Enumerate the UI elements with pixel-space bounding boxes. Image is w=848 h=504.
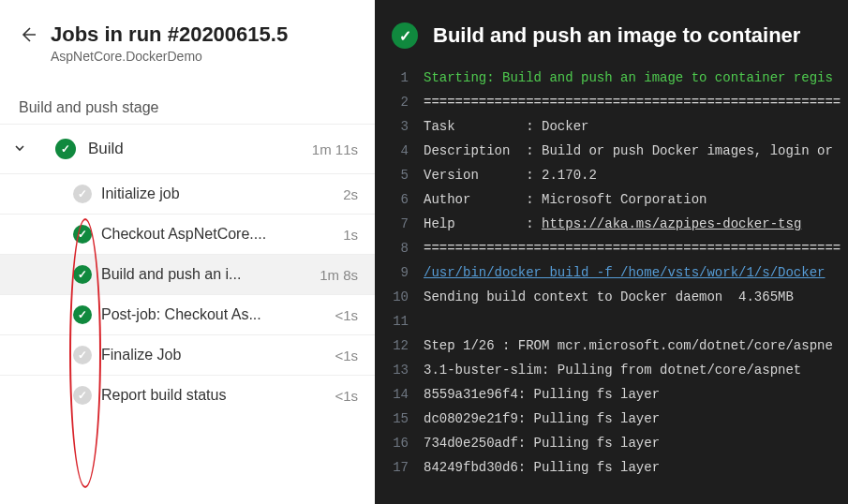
back-arrow[interactable] <box>19 22 37 52</box>
task-duration: 1s <box>343 227 358 243</box>
task-name: Post-job: Checkout As... <box>101 306 335 323</box>
task-duration: <1s <box>335 307 358 323</box>
task-row[interactable]: ✓Checkout AspNetCore....1s <box>0 214 375 254</box>
log-line: 11 <box>382 309 848 334</box>
job-row-build[interactable]: ✓ Build 1m 11s <box>0 124 375 173</box>
help-link[interactable]: https://aka.ms/azpipes-docker-tsg <box>542 216 801 231</box>
log-line: 2=======================================… <box>382 90 848 114</box>
job-name: Build <box>88 140 312 158</box>
log-line: 6Author : Microsoft Corporation <box>382 187 848 212</box>
status-neutral-icon: ✓ <box>71 384 94 407</box>
pipeline-name: AspNetCore.DockerDemo <box>51 49 288 64</box>
task-duration: <1s <box>335 348 358 363</box>
chevron-down-icon <box>13 141 32 157</box>
log-line: 12Step 1/26 : FROM mcr.microsoft.com/dot… <box>382 334 848 358</box>
log-line: 8=======================================… <box>382 236 848 260</box>
status-success-icon: ✓ <box>392 22 418 49</box>
log-line: 7Help : https://aka.ms/azpipes-docker-ts… <box>382 212 848 236</box>
status-success-icon: ✓ <box>54 138 77 160</box>
job-duration: 1m 11s <box>312 141 358 157</box>
status-success-icon: ✓ <box>71 304 94 326</box>
task-row[interactable]: ✓Post-job: Checkout As...<1s <box>0 294 375 334</box>
task-name: Report build status <box>101 387 335 404</box>
task-row[interactable]: ✓Initialize job2s <box>0 173 375 214</box>
task-name: Finalize Job <box>101 347 335 363</box>
task-name: Checkout AspNetCore.... <box>101 226 343 243</box>
status-neutral-icon: ✓ <box>71 344 94 366</box>
task-row[interactable]: ✓Build and push an i...1m 8s <box>0 254 375 294</box>
log-line: 5Version : 2.170.2 <box>382 163 848 187</box>
log-line: 1784249fbd30d6: Pulling fs layer <box>382 455 848 480</box>
log-line: 1Starting: Build and push an image to co… <box>382 66 848 90</box>
status-neutral-icon: ✓ <box>71 183 94 205</box>
log-line: 148559a31e96f4: Pulling fs layer <box>382 382 848 407</box>
task-row[interactable]: ✓Report build status<1s <box>0 375 375 415</box>
status-success-icon: ✓ <box>71 223 94 245</box>
log-line: 10Sending build context to Docker daemon… <box>382 285 848 309</box>
status-success-icon: ✓ <box>71 263 94 286</box>
task-duration: <1s <box>335 388 358 404</box>
task-duration: 1m 8s <box>320 267 358 283</box>
log-line: 9/usr/bin/docker build -f /home/vsts/wor… <box>382 260 848 285</box>
task-name: Initialize job <box>101 185 343 202</box>
log-line: 15dc08029e21f9: Pulling fs layer <box>382 407 848 431</box>
log-line: 16734d0e250adf: Pulling fs layer <box>382 431 848 455</box>
task-row[interactable]: ✓Finalize Job<1s <box>0 334 375 375</box>
task-name: Build and push an i... <box>101 266 320 283</box>
log-output[interactable]: 1Starting: Build and push an image to co… <box>375 66 848 480</box>
log-line: 3Task : Docker <box>382 114 848 139</box>
stage-label: Build and push stage <box>0 75 375 124</box>
log-line: 4Description : Build or push Docker imag… <box>382 139 848 163</box>
log-line: 133.1-buster-slim: Pulling from dotnet/c… <box>382 358 848 382</box>
page-title: Jobs in run #20200615.5 <box>51 22 288 47</box>
task-detail-title: Build and push an image to container <box>433 23 800 48</box>
task-duration: 2s <box>343 186 358 202</box>
